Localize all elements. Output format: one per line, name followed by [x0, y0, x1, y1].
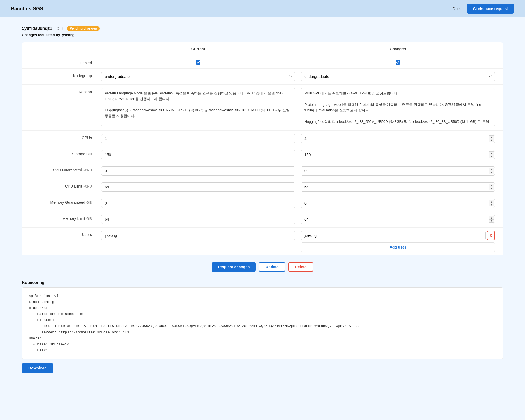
cpu-limit-current-cell — [98, 182, 298, 192]
add-user-button[interactable]: Add user — [301, 242, 495, 252]
reason-changes-cell — [298, 88, 498, 127]
cpu-guaranteed-spinner: ▲ ▼ — [489, 168, 494, 174]
nodegroup-current-select[interactable]: undergraduate graduate faculty — [101, 72, 295, 81]
users-row: Users X Add user — [22, 227, 503, 255]
memory-guaranteed-changes-input[interactable] — [301, 199, 495, 208]
cpu-guaranteed-current-input[interactable] — [101, 166, 295, 176]
cpu-guaranteed-changes-cell: ▲ ▼ — [298, 166, 498, 176]
storage-current-cell — [98, 150, 298, 159]
memory-guaranteed-changes-cell: ▲ ▼ — [298, 199, 498, 208]
page-header: 5y8frda38hqz1 ID: 3 Pending changes Chan… — [22, 26, 503, 37]
users-changes-row: X — [301, 231, 495, 240]
memory-limit-spinner-up[interactable]: ▲ — [489, 216, 494, 219]
cpu-guaranteed-current-cell — [98, 166, 298, 176]
cpu-limit-spinner: ▲ ▼ — [489, 184, 494, 190]
memory-guaranteed-current-input[interactable] — [101, 199, 295, 208]
cpu-limit-current-input[interactable] — [101, 182, 295, 192]
workspace-request-button[interactable]: Workspace request — [467, 4, 514, 14]
enabled-changes-cell — [298, 59, 498, 65]
gpus-changes-cell: ▲ ▼ — [298, 134, 498, 143]
enabled-current-checkbox[interactable] — [196, 60, 200, 65]
reason-current-cell — [98, 88, 298, 127]
users-changes-cell: X Add user — [298, 231, 498, 252]
header: Bacchus SGS Docs Workspace request — [0, 0, 525, 18]
memory-limit-spinner-down[interactable]: ▼ — [489, 219, 494, 223]
gpus-current-input[interactable] — [101, 134, 295, 143]
memory-guaranteed-spinner-down[interactable]: ▼ — [489, 203, 494, 206]
memory-limit-label: Memory LimitGiB — [27, 215, 98, 221]
cpu-guaranteed-label: CPU GuaranteedvCPU — [27, 166, 98, 172]
remove-user-button[interactable]: X — [487, 231, 495, 240]
cpu-limit-row: CPU LimitvCPU ▲ ▼ — [22, 179, 503, 195]
enabled-row: Enabled — [22, 56, 503, 68]
nodegroup-changes-select[interactable]: undergraduate graduate faculty — [301, 72, 495, 81]
gpus-label: GPUs — [27, 134, 98, 140]
column-headers: Current Changes — [22, 42, 503, 56]
cpu-limit-label: CPU LimitvCPU — [27, 182, 98, 188]
gpus-changes-input[interactable] — [301, 134, 495, 143]
action-row: Request changes Update Delete — [22, 262, 503, 272]
storage-label: StorageGiB — [27, 150, 98, 156]
nodegroup-changes-cell: undergraduate graduate faculty — [298, 72, 498, 81]
form-container: Current Changes Enabled Nodegroup underg… — [22, 42, 503, 255]
kubeconfig-content: apiVersion: v1 kind: Config clusters: - … — [22, 287, 503, 359]
nodegroup-row: Nodegroup undergraduate graduate faculty… — [22, 68, 503, 84]
cpu-limit-changes-input[interactable] — [301, 182, 495, 192]
cpu-limit-changes-cell: ▲ ▼ — [298, 182, 498, 192]
cpu-limit-spinner-up[interactable]: ▲ — [489, 184, 494, 187]
memory-guaranteed-spinner: ▲ ▼ — [489, 200, 494, 206]
enabled-changes-checkbox[interactable] — [396, 60, 400, 65]
memory-limit-changes-input[interactable] — [301, 215, 495, 224]
users-changes-input[interactable] — [301, 231, 486, 240]
storage-current-input[interactable] — [101, 150, 295, 159]
storage-spinner-up[interactable]: ▲ — [489, 151, 494, 155]
gpus-current-cell — [98, 134, 298, 143]
storage-changes-input[interactable] — [301, 150, 495, 159]
gpus-spinner-up[interactable]: ▲ — [489, 135, 494, 139]
label-col-header — [27, 47, 98, 51]
pending-badge: Pending changes — [67, 26, 100, 31]
update-button[interactable]: Update — [259, 262, 285, 272]
enabled-current-cell — [98, 59, 298, 65]
reason-changes-textarea[interactable] — [301, 88, 495, 126]
memory-limit-current-input[interactable] — [101, 215, 295, 224]
memory-limit-current-cell — [98, 215, 298, 224]
memory-limit-changes-cell: ▲ ▼ — [298, 215, 498, 224]
logo: Bacchus SGS — [11, 6, 43, 12]
kubeconfig-title: Kubeconfig — [22, 280, 503, 285]
storage-spinner-down[interactable]: ▼ — [489, 155, 494, 158]
memory-guaranteed-current-cell — [98, 199, 298, 208]
request-changes-button[interactable]: Request changes — [212, 262, 256, 272]
storage-changes-cell: ▲ ▼ — [298, 150, 498, 159]
reason-current-textarea[interactable] — [101, 88, 295, 126]
memory-guaranteed-row: Memory GuaranteedGiB ▲ ▼ — [22, 195, 503, 211]
id-number-label: ID: 3 — [56, 26, 64, 31]
changes-by-prefix: Changes requested by — [22, 33, 60, 37]
gpus-spinner: ▲ ▼ — [489, 135, 494, 142]
changes-by: Changes requested by yseong — [22, 33, 503, 37]
current-col-header: Current — [98, 47, 298, 51]
reason-label: Reason — [27, 88, 98, 94]
cpu-guaranteed-spinner-up[interactable]: ▲ — [489, 168, 494, 171]
workspace-id: 5y8frda38hqz1 — [22, 26, 52, 31]
gpus-spinner-down[interactable]: ▼ — [489, 139, 494, 142]
changes-col-header: Changes — [298, 47, 498, 51]
page-title-row: 5y8frda38hqz1 ID: 3 Pending changes — [22, 26, 503, 31]
enabled-label: Enabled — [27, 59, 98, 65]
header-right: Docs Workspace request — [453, 4, 514, 14]
storage-row: StorageGiB ▲ ▼ — [22, 147, 503, 163]
users-current-input[interactable] — [101, 231, 295, 240]
main-content: 5y8frda38hqz1 ID: 3 Pending changes Chan… — [0, 18, 525, 420]
reason-row: Reason — [22, 84, 503, 130]
docs-link[interactable]: Docs — [453, 7, 461, 11]
cpu-guaranteed-spinner-down[interactable]: ▼ — [489, 171, 494, 174]
memory-limit-row: Memory LimitGiB ▲ ▼ — [22, 211, 503, 227]
cpu-guaranteed-changes-input[interactable] — [301, 166, 495, 176]
memory-guaranteed-spinner-up[interactable]: ▲ — [489, 200, 494, 203]
cpu-limit-spinner-down[interactable]: ▼ — [489, 187, 494, 190]
nodegroup-current-cell: undergraduate graduate faculty — [98, 72, 298, 81]
users-label: Users — [27, 231, 98, 237]
kubeconfig-section: Kubeconfig apiVersion: v1 kind: Config c… — [22, 280, 503, 373]
delete-button[interactable]: Delete — [288, 262, 313, 272]
download-button[interactable]: Download — [22, 363, 53, 373]
